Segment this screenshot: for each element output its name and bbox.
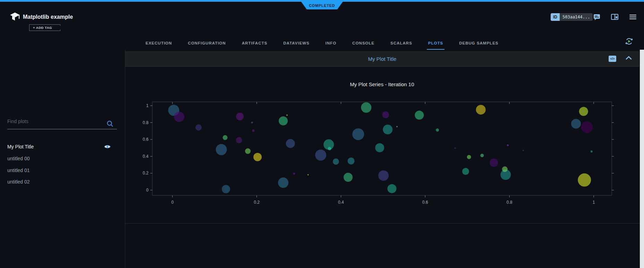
scatter-point [286, 114, 288, 116]
scatter-point [382, 111, 389, 118]
app-window: COMPLETED Matplotlib example + ADD TAG I… [0, 0, 644, 268]
auto-refresh-icon[interactable] [625, 37, 634, 47]
view-code-icon[interactable]: </> [609, 56, 616, 62]
sidebar-item-untitled-00[interactable]: untitled 00 [7, 153, 117, 164]
plot-panel-title: My Plot Title [368, 56, 397, 62]
scatter-point [245, 148, 251, 154]
scatter-point [352, 128, 364, 140]
scatter-chart: My Plot Series - Iteration 1000.20.40.60… [125, 70, 644, 222]
search-icon[interactable] [106, 120, 114, 129]
x-tick-label: 1 [593, 200, 595, 205]
scatter-point [383, 125, 392, 135]
scatter-point [467, 155, 471, 159]
tab-console[interactable]: CONSOLE [352, 41, 374, 50]
scatter-point [286, 139, 295, 148]
scatter-point [252, 129, 255, 132]
scatter-point [251, 122, 253, 123]
scatter-point [571, 119, 581, 129]
tab-execution[interactable]: EXECUTION [146, 41, 172, 50]
y-tick-label: 0 [146, 188, 149, 193]
scatter-point [236, 113, 244, 120]
scatter-point [333, 159, 339, 165]
scatter-point [502, 167, 508, 172]
experiment-id-badge[interactable]: ID 503aa144... [551, 13, 593, 21]
y-tick-label: 0.8 [143, 120, 149, 125]
comment-icon[interactable] [593, 13, 601, 22]
scatter-point [579, 107, 588, 116]
scatter-point [581, 121, 593, 133]
tab-plots[interactable]: PLOTS [428, 41, 443, 50]
search-input[interactable] [7, 119, 108, 124]
y-tick-label: 0.2 [143, 171, 149, 176]
sidebar-item-untitled-01[interactable]: untitled 01 [7, 165, 117, 176]
chart-title: My Plot Series - Iteration 10 [350, 81, 414, 87]
y-tick-label: 1 [146, 103, 149, 108]
scatter-point [361, 102, 371, 113]
y-tick-label: 0.4 [143, 154, 149, 159]
scatter-point [462, 168, 469, 175]
hamburger-menu-icon[interactable] [629, 13, 637, 22]
experiment-title: Matplotlib example [23, 14, 73, 20]
clearml-logo-icon [10, 12, 20, 23]
scatter-point [507, 144, 509, 146]
vertical-scrollbar[interactable] [640, 50, 644, 268]
scatter-point [253, 153, 262, 161]
tab-dataviews[interactable]: DATAVIEWS [283, 41, 309, 50]
scatter-point [279, 116, 288, 125]
x-tick-label: 0.8 [507, 200, 512, 205]
scatter-point [344, 173, 353, 182]
scatter-point [174, 112, 184, 122]
scatter-point [480, 154, 484, 157]
add-tag-button[interactable]: + ADD TAG [29, 24, 57, 31]
scatter-point [195, 124, 202, 131]
scatter-point [223, 135, 228, 140]
chevron-up-icon[interactable] [625, 56, 632, 62]
tab-info[interactable]: INFO [325, 41, 336, 50]
visibility-eye-icon[interactable] [104, 144, 111, 151]
id-value: 503aa144... [560, 13, 593, 21]
tab-configuration[interactable]: CONFIGURATION [188, 41, 226, 50]
scatter-point [328, 147, 331, 150]
scatter-point [523, 150, 524, 151]
scatter-point [591, 151, 593, 153]
scatter-point [415, 111, 424, 120]
scatter-point [378, 170, 389, 181]
scatter-point [315, 149, 326, 161]
scatter-point [293, 173, 295, 175]
scatter-point [236, 137, 242, 143]
scatter-point [387, 184, 396, 193]
scatter-point [476, 105, 486, 115]
add-tag-button-point [56, 24, 60, 31]
tab-debug-samples[interactable]: DEBUG SAMPLES [459, 41, 498, 50]
scatter-point [348, 157, 355, 164]
scatter-point [278, 178, 288, 188]
scatter-point [216, 144, 227, 155]
x-tick-label: 0 [171, 200, 174, 205]
plot-panel-header: My Plot Title [125, 51, 639, 67]
tab-scalars[interactable]: SCALARS [390, 41, 412, 50]
x-tick-label: 0.4 [338, 200, 344, 205]
scatter-point [307, 174, 309, 176]
search-underline [7, 129, 117, 129]
id-label: ID [551, 13, 560, 21]
scatter-point [436, 128, 439, 131]
y-tick-label: 0.6 [143, 137, 149, 142]
details-panel-icon[interactable] [611, 13, 619, 22]
scatter-point [396, 126, 398, 127]
sidebar-item-untitled-02[interactable]: untitled 02 [7, 177, 117, 187]
tab-bar: EXECUTION CONFIGURATION ARTIFACTS DATAVI… [0, 35, 644, 50]
scatter-point [490, 159, 498, 167]
tab-artifacts[interactable]: ARTIFACTS [242, 41, 268, 50]
scatter-point [375, 143, 384, 152]
plots-sidebar: Hide all My Plot Title untitled 00 untit… [0, 50, 125, 268]
x-tick-label: 0.6 [422, 200, 428, 205]
scatter-point [454, 147, 456, 149]
x-tick-label: 0.2 [254, 200, 260, 205]
panel-bottom-divider [125, 223, 644, 224]
scatter-point [578, 173, 591, 187]
status-bar [0, 0, 644, 2]
sidebar-item-my-plot-title[interactable]: My Plot Title [7, 141, 117, 152]
status-badge: COMPLETED [301, 2, 343, 9]
scatter-point [222, 185, 230, 193]
